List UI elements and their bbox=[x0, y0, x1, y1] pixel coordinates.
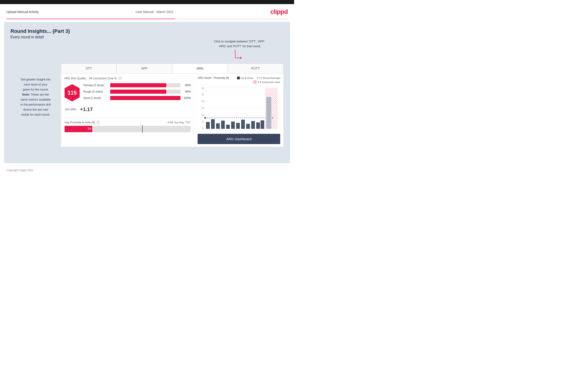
logo: clippd bbox=[270, 8, 288, 16]
proximity-cursor bbox=[142, 125, 143, 133]
tab-app[interactable]: APP bbox=[117, 64, 172, 73]
footer: Copyright Clippd 2021 bbox=[0, 166, 294, 175]
sg-section: SG ARG +1.17 bbox=[64, 107, 191, 112]
svg-rect-27 bbox=[221, 121, 225, 129]
svg-text:25: 25 bbox=[201, 93, 204, 96]
upload-label[interactable]: Upload Manual Activity bbox=[6, 10, 39, 14]
svg-rect-28 bbox=[226, 125, 230, 129]
pga-avg: ↑ PGA Tour Avg: 7'10" bbox=[166, 121, 190, 124]
svg-text:15: 15 bbox=[201, 107, 204, 109]
shot-row-sand: Sand (1 shots) 100% bbox=[83, 96, 191, 100]
document-title: User Manual - March 2022 bbox=[136, 10, 173, 14]
dashboard-panel: OTT APP ARG PUTT ARG Shot Quality bbox=[61, 63, 284, 147]
header: Upload Manual Activity User Manual - Mar… bbox=[0, 4, 294, 19]
bar-fill-fairway bbox=[110, 83, 166, 87]
annotation-container: Click to navigate between 'OTT', 'APP','… bbox=[10, 39, 284, 63]
metrics-header: ARG Shot Quality 6ft Conversion Zone % ? bbox=[61, 74, 194, 114]
note-label: Note: bbox=[22, 93, 30, 96]
tabs-row: OTT APP ARG PUTT bbox=[61, 64, 283, 74]
svg-rect-35 bbox=[260, 120, 264, 129]
tab-ott[interactable]: OTT bbox=[61, 64, 117, 73]
proximity-label: Avg Proximity to Hole (ft) ? bbox=[65, 121, 100, 124]
svg-rect-29 bbox=[231, 122, 235, 129]
chart-section: ARG Shots - Proximity (ft) Up & Down Rou… bbox=[194, 74, 283, 147]
sg-value: +1.17 bbox=[80, 107, 93, 112]
legend-conversion: 6 ft conversion zone bbox=[258, 81, 280, 83]
svg-text:30: 30 bbox=[201, 87, 204, 90]
proximity-bar-fill: 77' bbox=[65, 126, 92, 132]
svg-text:5: 5 bbox=[202, 121, 204, 123]
badge-value: 115 bbox=[68, 90, 77, 96]
svg-rect-31 bbox=[241, 120, 245, 129]
left-description: Get greater insight into each facet of y… bbox=[10, 63, 61, 147]
svg-rect-25 bbox=[211, 119, 215, 129]
legend-updown: Up & Down bbox=[237, 77, 253, 79]
annotation-text: Click to navigate between 'OTT', 'APP','… bbox=[214, 39, 265, 63]
proximity-section: Avg Proximity to Hole (ft) ? ↑ PGA Tour … bbox=[61, 118, 194, 135]
chart-title: ARG Shots - Proximity (ft) bbox=[198, 76, 229, 80]
info-icon: ? bbox=[118, 77, 122, 80]
svg-text:0: 0 bbox=[202, 127, 204, 130]
svg-rect-26 bbox=[216, 123, 220, 129]
tab-putt[interactable]: PUTT bbox=[228, 64, 283, 73]
svg-text:10: 10 bbox=[201, 114, 204, 116]
shot-row-rough: Rough (5 shots) 80% bbox=[83, 90, 191, 94]
svg-rect-30 bbox=[236, 123, 240, 129]
svg-rect-23 bbox=[266, 97, 271, 129]
section-title: Round Insights... (Part 3) bbox=[10, 28, 284, 34]
bar-fill-sand bbox=[110, 96, 181, 100]
svg-rect-24 bbox=[206, 122, 210, 129]
proximity-bar-container: 77' bbox=[65, 126, 190, 132]
chart-svg: 0 5 10 15 20 25 30 bbox=[198, 85, 280, 131]
svg-marker-2 bbox=[240, 57, 242, 59]
legend-hatch-box bbox=[253, 81, 257, 84]
svg-rect-33 bbox=[251, 121, 255, 129]
svg-text:20: 20 bbox=[201, 100, 204, 103]
conversion-label: 6ft Conversion Zone % ? bbox=[89, 77, 122, 80]
chart-area: 0 5 10 15 20 25 30 bbox=[198, 85, 280, 132]
proximity-info-icon: ? bbox=[96, 121, 100, 124]
tab-arg[interactable]: ARG bbox=[172, 64, 228, 73]
metrics-section: ARG Shot Quality 6ft Conversion Zone % ? bbox=[61, 74, 194, 147]
legend-round-avg: Round Average bbox=[257, 77, 280, 79]
bar-fill-rough bbox=[110, 90, 166, 94]
top-bar bbox=[0, 0, 294, 4]
svg-point-20 bbox=[204, 117, 206, 119]
sg-label: SG ARG bbox=[65, 108, 77, 111]
chart-legend: Up & Down Round Average bbox=[237, 77, 280, 79]
header-divider bbox=[6, 19, 288, 19]
annotation-arrow bbox=[233, 49, 247, 62]
shot-rows: Fairway (5 shots) 80% Rough (5 shots) bbox=[83, 83, 191, 102]
svg-rect-32 bbox=[246, 124, 250, 129]
svg-rect-34 bbox=[256, 122, 260, 129]
panel-body: ARG Shot Quality 6ft Conversion Zone % ? bbox=[61, 74, 283, 147]
section-subtitle: Every round in detail bbox=[10, 35, 284, 39]
shot-quality-label: ARG Shot Quality bbox=[64, 77, 86, 80]
hexagon-badge: 115 bbox=[64, 84, 80, 102]
content-wrapper: Get greater insight into each facet of y… bbox=[10, 63, 284, 147]
main-content: Round Insights... (Part 3) Every round i… bbox=[4, 22, 290, 163]
arg-dashboard-button[interactable]: ARG Dashboard bbox=[198, 134, 280, 144]
shot-row-fairway: Fairway (5 shots) 80% bbox=[83, 83, 191, 87]
